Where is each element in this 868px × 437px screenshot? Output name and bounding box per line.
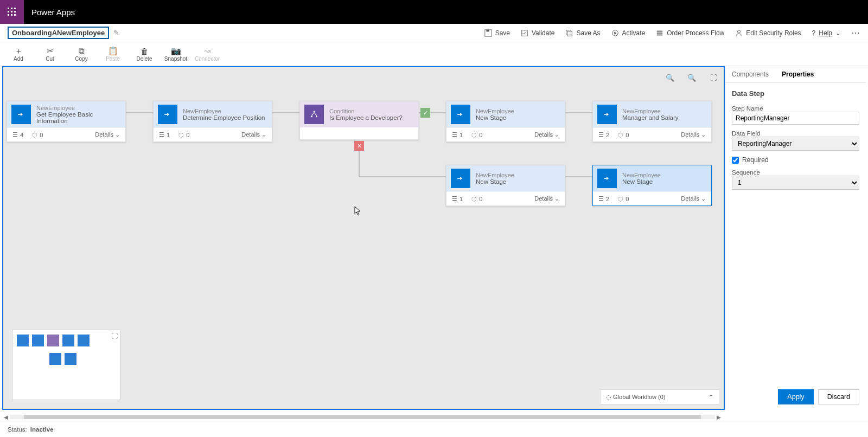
cut-button[interactable]: ✂Cut	[37, 46, 63, 62]
stage-card[interactable]: NewEmployee Get Employee Basic Informati…	[7, 101, 126, 142]
svg-rect-8	[14, 14, 16, 16]
panel-body: Data Step Step Name Data Field Reporting…	[725, 83, 866, 384]
tab-components[interactable]: Components	[725, 66, 775, 82]
stage-card[interactable]: NewEmployee Manager and Salary ☰ 2 ◌ 0 D…	[592, 101, 712, 142]
save-icon	[484, 29, 492, 37]
details-toggle[interactable]: Details ⌄	[534, 195, 559, 202]
svg-rect-7	[11, 14, 12, 16]
discard-button[interactable]: Discard	[818, 389, 859, 404]
condition-no-badge: ✕	[354, 141, 364, 151]
svg-point-27	[311, 115, 312, 117]
order-flow-icon	[656, 29, 663, 37]
trigger-count: ◌ 0	[618, 131, 629, 138]
sequence-select[interactable]: 1	[732, 176, 859, 190]
stage-card-selected[interactable]: NewEmployee New Stage ☰ 2 ◌ 0 Details ⌄	[592, 165, 712, 206]
svg-rect-4	[11, 11, 12, 12]
delete-button[interactable]: 🗑Delete	[131, 46, 157, 62]
step-count: ☰ 2	[598, 195, 609, 202]
stage-entity: NewEmployee	[622, 172, 661, 178]
details-toggle[interactable]: Details ⌄	[681, 195, 706, 202]
chevron-down-icon: ⌄	[835, 29, 841, 37]
command-bar: Save Validate Save As Activate Order Pro…	[484, 29, 860, 37]
condition-card[interactable]: Condition Is Employee a Developer?	[299, 101, 419, 140]
details-toggle[interactable]: Details ⌄	[534, 131, 559, 138]
waffle-button[interactable]	[0, 0, 24, 24]
minimap-node	[62, 335, 74, 346]
stage-icon	[597, 169, 617, 188]
svg-rect-5	[14, 11, 16, 12]
stage-entity: NewEmployee	[36, 105, 121, 111]
stage-card[interactable]: NewEmployee New Stage ☰ 1 ◌ 0 Details ⌄	[446, 101, 565, 142]
tab-properties[interactable]: Properties	[775, 66, 820, 82]
save-button[interactable]: Save	[484, 29, 510, 37]
edit-name-icon[interactable]: ✎	[113, 29, 119, 37]
status-bar: Status: Inactive	[0, 421, 868, 437]
add-button[interactable]: ＋Add	[5, 46, 31, 62]
required-checkbox[interactable]	[732, 157, 739, 164]
more-commands[interactable]: ···	[852, 29, 860, 37]
sequence-label: Sequence	[732, 169, 859, 176]
svg-rect-3	[8, 11, 9, 12]
canvas[interactable]: 🔍 🔍 ⛶ NewEmployee Get Employee Basic Inf…	[2, 66, 725, 410]
details-toggle[interactable]: Details ⌄	[681, 131, 706, 138]
help-button[interactable]: ? Help ⌄	[812, 29, 841, 37]
fit-to-screen-button[interactable]: ⛶	[707, 72, 719, 83]
validate-label: Validate	[532, 29, 554, 37]
connector-button[interactable]: ↝Connector	[194, 46, 220, 62]
edit-security-button[interactable]: Edit Security Roles	[735, 29, 801, 37]
zoom-out-button[interactable]: 🔍	[664, 72, 676, 83]
canvas-controls: 🔍 🔍 ⛶	[664, 72, 719, 83]
flow-name[interactable]: OnboardingANewEmployee	[8, 27, 109, 39]
stage-header: NewEmployee Get Employee Basic Informati…	[7, 101, 125, 127]
stage-card[interactable]: NewEmployee Determine Employee Position …	[153, 101, 272, 142]
panel-section-title: Data Step	[732, 89, 859, 98]
stage-name: Get Employee Basic Information	[36, 111, 121, 124]
activate-icon	[611, 29, 619, 37]
zoom-in-button[interactable]: 🔍	[686, 72, 698, 83]
validate-icon	[521, 29, 528, 37]
trigger-count: ◌ 0	[178, 131, 189, 138]
stage-entity: NewEmployee	[622, 108, 679, 114]
condition-entity: Condition	[329, 108, 403, 114]
gw-icon: ◌	[606, 394, 611, 400]
stage-entity: NewEmployee	[476, 172, 514, 178]
details-toggle[interactable]: Details ⌄	[95, 131, 120, 138]
scroll-right-icon[interactable]: ►	[715, 413, 723, 421]
svg-rect-17	[657, 34, 663, 35]
cut-label: Cut	[46, 56, 54, 62]
snapshot-button[interactable]: 📷Snapshot	[163, 46, 189, 62]
stage-card[interactable]: NewEmployee New Stage ☰ 1 ◌ 0 Details ⌄	[446, 165, 565, 206]
paste-button[interactable]: 📋Paste	[100, 46, 126, 62]
global-workflow-bar[interactable]: ◌ Global Workflow (0) ⌃	[600, 389, 719, 404]
copy-button[interactable]: ⧉Copy	[68, 46, 94, 62]
scroll-thumb[interactable]	[24, 415, 701, 419]
stage-name: New Stage	[622, 178, 661, 185]
svg-rect-16	[657, 33, 663, 34]
svg-rect-6	[8, 14, 9, 16]
save-as-label: Save As	[576, 29, 600, 37]
apply-button[interactable]: Apply	[778, 389, 813, 404]
minimap[interactable]: ⛶	[12, 330, 120, 400]
step-count: ☰ 1	[159, 131, 170, 138]
validate-button[interactable]: Validate	[521, 29, 554, 37]
paste-icon: 📋	[108, 46, 118, 56]
save-as-button[interactable]: Save As	[565, 29, 600, 37]
scroll-left-icon[interactable]: ◄	[2, 413, 10, 421]
step-name-input[interactable]	[732, 112, 859, 125]
minimap-node	[78, 335, 90, 346]
details-toggle[interactable]: Details ⌄	[241, 131, 266, 138]
cut-icon: ✂	[47, 46, 54, 56]
scroll-track[interactable]	[10, 415, 715, 419]
data-field-select[interactable]: ReportingManager	[732, 137, 859, 151]
activate-button[interactable]: Activate	[611, 29, 646, 37]
toolbar: ＋Add ✂Cut ⧉Copy 📋Paste 🗑Delete 📷Snapshot…	[0, 42, 868, 66]
order-flow-button[interactable]: Order Process Flow	[656, 29, 724, 37]
panel-footer: Apply Discard	[725, 384, 866, 410]
breadcrumb: OnboardingANewEmployee ✎	[8, 27, 119, 39]
minimap-expand-icon[interactable]: ⛶	[111, 332, 118, 340]
condition-yes-badge: ✓	[420, 108, 430, 118]
help-label: Help	[819, 29, 832, 37]
svg-point-26	[314, 111, 315, 112]
save-label: Save	[495, 29, 510, 37]
horizontal-scrollbar[interactable]: ◄ ►	[2, 413, 723, 421]
